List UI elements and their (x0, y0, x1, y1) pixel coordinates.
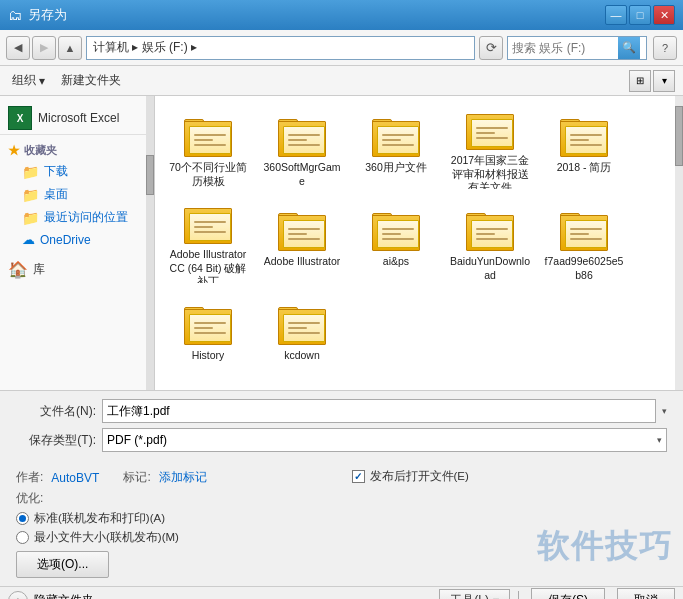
folder-line (382, 233, 401, 235)
folder-line (194, 322, 226, 324)
library-label: 库 (33, 261, 45, 278)
radio-standard-label: 标准(联机发布和打印)(A) (34, 511, 165, 526)
sidebar-app-label: Microsoft Excel (38, 111, 119, 125)
file-item[interactable]: 360SoftMgrGame (257, 104, 347, 194)
grid-scrollbar-thumb[interactable] (675, 106, 683, 166)
help-button[interactable]: ? (653, 36, 677, 60)
file-label: 360SoftMgrGame (262, 161, 342, 188)
radio-minimal[interactable]: 最小文件大小(联机发布)(M) (16, 530, 332, 545)
radio-standard[interactable]: 标准(联机发布和打印)(A) (16, 511, 332, 526)
folder-line (476, 233, 495, 235)
save-button[interactable]: 保存(S) (531, 588, 605, 599)
file-item[interactable]: 70个不同行业简历模板 (163, 104, 253, 194)
folder-line (570, 144, 602, 146)
tools-label: 工具(L) (450, 592, 489, 599)
folder-inner (565, 220, 607, 248)
organize-button[interactable]: 组织 ▾ (8, 70, 49, 91)
grid-scrollbar[interactable] (675, 96, 683, 390)
up-button[interactable]: ▲ (58, 36, 82, 60)
sidebar-scrollbar-thumb[interactable] (146, 155, 154, 195)
refresh-button[interactable]: ⟳ (479, 36, 503, 60)
folder-inner (471, 220, 513, 248)
folder-line (194, 221, 226, 223)
sidebar-item-onedrive[interactable]: ☁ OneDrive (0, 229, 154, 250)
file-item[interactable]: f7aad99e6025e5b86 (539, 198, 629, 288)
folder-lines (570, 134, 602, 146)
publish-checkbox[interactable]: ✓ (352, 470, 365, 483)
sidebar-app-item[interactable]: X Microsoft Excel (0, 102, 154, 135)
filetype-dropdown[interactable]: PDF (*.pdf) ▾ (102, 428, 667, 452)
options-area: 作者: AutoBVT 标记: 添加标记 优化: 标准(联机发布和打印)(A) … (0, 465, 683, 586)
minimize-button[interactable]: — (605, 5, 627, 25)
close-button[interactable]: ✕ (653, 5, 675, 25)
view-toggle-button[interactable]: ⊞ (629, 70, 651, 92)
cancel-button[interactable]: 取消 (617, 588, 675, 599)
file-item[interactable]: Adobe Illustrator (257, 198, 347, 288)
sidebar-scrollbar[interactable] (146, 96, 154, 390)
address-bar: ◀ ▶ ▲ 计算机 ▸ 娱乐 (F:) ▸ ⟳ 🔍 ? (0, 30, 683, 66)
radio-standard-dot (19, 515, 26, 522)
file-item[interactable]: 2018 - 简历 (539, 104, 629, 194)
address-path[interactable]: 计算机 ▸ 娱乐 (F:) ▸ (86, 36, 475, 60)
search-box: 🔍 (507, 36, 647, 60)
file-label: BaiduYunDownload (450, 255, 530, 282)
sidebar-library-section[interactable]: 🏠 库 (0, 256, 154, 283)
file-item[interactable]: Adobe Illustrator CC (64 Bit) 破解补丁 (163, 198, 253, 288)
folder-image (276, 299, 328, 345)
app-icon: 🗂 (8, 7, 22, 23)
radio-minimal-circle (16, 531, 29, 544)
search-button[interactable]: 🔍 (618, 37, 640, 59)
file-label: 70个不同行业简历模板 (168, 161, 248, 188)
radio-minimal-label: 最小文件大小(联机发布)(M) (34, 530, 179, 545)
author-value[interactable]: AutoBVT (51, 471, 99, 485)
file-item[interactable]: 360用户文件 (351, 104, 441, 194)
folder-lines (382, 134, 414, 146)
sidebar-item-recent[interactable]: 📁 最近访问的位置 (0, 206, 154, 229)
new-folder-button[interactable]: 新建文件夹 (57, 70, 125, 91)
forward-button[interactable]: ▶ (32, 36, 56, 60)
filetype-value: PDF (*.pdf) (107, 433, 167, 447)
folder-body (372, 215, 420, 251)
view-icons: ⊞ ▾ (629, 70, 675, 92)
folder-body (278, 215, 326, 251)
folder-line (382, 144, 414, 146)
publish-checkbox-item[interactable]: ✓ 发布后打开文件(E) (352, 469, 668, 484)
maximize-button[interactable]: □ (629, 5, 651, 25)
file-label: f7aad99e6025e5b86 (544, 255, 624, 282)
folder-body (560, 121, 608, 157)
folder-body (278, 309, 326, 345)
folder-line (476, 127, 508, 129)
file-item[interactable]: 2017年国家三金评审和材料报送有关文件 (445, 104, 535, 194)
filename-input[interactable] (102, 399, 656, 423)
file-label: 360用户文件 (365, 161, 427, 175)
folder-image (276, 111, 328, 157)
folder-line (476, 228, 508, 230)
file-item[interactable]: kcdown (257, 292, 347, 382)
back-button[interactable]: ◀ (6, 36, 30, 60)
file-item[interactable]: ai&ps (351, 198, 441, 288)
folder-line (476, 132, 495, 134)
options-button[interactable]: 选项(O)... (16, 551, 109, 578)
folder-line (288, 144, 320, 146)
folder-line (570, 233, 589, 235)
sidebar-item-download[interactable]: 📁 下载 (0, 160, 154, 183)
tags-value[interactable]: 添加标记 (159, 469, 207, 486)
file-label: 2017年国家三金评审和材料报送有关文件 (450, 154, 530, 189)
sidebar-item-desktop[interactable]: 📁 桌面 (0, 183, 154, 206)
view-dropdown-button[interactable]: ▾ (653, 70, 675, 92)
folder-lines (288, 322, 320, 334)
folder-inner (283, 126, 325, 154)
folder-body (184, 121, 232, 157)
file-item[interactable]: History (163, 292, 253, 382)
folder-line (194, 231, 226, 233)
hide-folder-label: 隐藏文件夹 (34, 592, 94, 599)
folder-image (182, 299, 234, 345)
folder-lines (476, 127, 508, 139)
main-area: X Microsoft Excel ★ 收藏夹 📁 下载 📁 桌面 📁 最近访问… (0, 96, 683, 391)
file-item[interactable]: BaiduYunDownload (445, 198, 535, 288)
folder-line (570, 134, 602, 136)
search-input[interactable] (508, 41, 618, 55)
tools-button[interactable]: 工具(L) ▾ (439, 589, 510, 599)
hide-folder-button[interactable]: ▲ (8, 591, 28, 600)
filename-row: 文件名(N): ▾ (16, 399, 667, 423)
